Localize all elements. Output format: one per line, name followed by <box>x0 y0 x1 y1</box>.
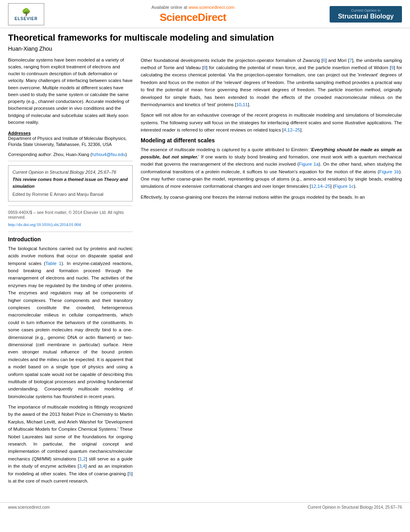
abstract-text: Biomolecular systems have been modeled a… <box>8 57 133 126</box>
corresponding-label: Corresponding author: <box>8 152 52 157</box>
elsevier-logo: 🌳 ELSEVIER <box>8 3 44 25</box>
fig1c-link[interactable]: Figure 1c <box>334 184 354 189</box>
elsevier-tree-icon: 🌳 <box>22 8 31 16</box>
modeling-heading: Modeling at different scales <box>141 137 402 144</box>
doi-link[interactable]: http://dx.doi.org/10.1016/j.sbi.2014.01.… <box>8 222 81 227</box>
ref-9-link[interactable]: 9 <box>391 65 394 70</box>
elsevier-logo-section: 🌳 ELSEVIER <box>8 3 56 25</box>
main-content: Theoretical frameworks for multiscale mo… <box>0 28 410 496</box>
info-box-editors: Edited by Rommie E Amaro and Manju Bansa… <box>12 191 128 198</box>
right-para-1: Other foundational developments include … <box>141 57 402 109</box>
footer-url: www.sciencedirect.com <box>8 505 50 509</box>
right-para-2: Space will not allow for an exhaustive c… <box>141 111 402 134</box>
divider-2 <box>8 205 133 206</box>
ref-3-link[interactable]: 3 <box>79 464 81 468</box>
copyright-notice: 0959-440X/$ – see front matter, © 2014 E… <box>8 210 133 220</box>
corresponding-email[interactable]: hzhou4@fsu.edu <box>92 152 125 157</box>
modeling-para-2: Effectively, by coarse-graining one free… <box>141 193 402 201</box>
journal-small-text: Current Opinion in <box>334 8 398 12</box>
two-column-layout: Biomolecular systems have been modeled a… <box>8 57 402 488</box>
ref-1-link[interactable]: 1 <box>79 456 82 461</box>
journal-large-text: Structural Biology <box>334 12 398 20</box>
modeling-para-1: The essence of multiscale modeling is ca… <box>141 146 402 190</box>
available-online-text: Available online at www.sciencedirect.co… <box>56 5 330 10</box>
corresponding-name: Zhou, Huan-Xiang <box>53 152 89 157</box>
sciencedirect-url[interactable]: www.sciencedirect.com <box>189 5 234 10</box>
ref-7-link[interactable]: 7 <box>349 58 352 63</box>
page-footer: www.sciencedirect.com Current Opinion in… <box>0 502 410 512</box>
intro-para-2: The importance of multiscale modeling is… <box>8 403 133 485</box>
ref-12-25-link[interactable]: 12,14–25 <box>311 184 330 189</box>
left-column: Biomolecular systems have been modeled a… <box>8 57 133 488</box>
info-box-journal-year: Current Opinion in Structural Biology 20… <box>12 169 128 176</box>
divider-1 <box>8 161 133 161</box>
info-box-themed: This review comes from a themed issue on… <box>12 176 128 189</box>
sciencedirect-header: Available online at www.sciencedirect.co… <box>56 5 330 24</box>
ref-6-link[interactable]: 6 <box>323 58 325 63</box>
ref-10-link[interactable]: 10 <box>236 102 242 107</box>
journal-branding: Current Opinion in Structural Biology <box>330 6 402 23</box>
article-author: Huan-Xiang Zhou <box>8 45 402 52</box>
fig1b-link[interactable]: Figure 1b <box>379 169 399 174</box>
ref-11-link[interactable]: 11 <box>243 102 248 107</box>
corresponding-author: Corresponding author: Zhou, Huan-Xiang (… <box>8 152 133 157</box>
addresses-section: Addresses Department of Physics and Inst… <box>8 131 133 148</box>
addresses-body: Department of Physics and Institute of M… <box>8 136 133 148</box>
info-box: Current Opinion in Structural Biology 20… <box>8 165 133 201</box>
article-title: Theoretical frameworks for multiscale mo… <box>8 32 402 44</box>
intro-para-1: The biological functions carried out by … <box>8 245 133 400</box>
ref-8-link[interactable]: 8 <box>203 65 206 70</box>
fig1a-link[interactable]: Figure 1a <box>299 162 319 166</box>
divider-3 <box>8 232 133 232</box>
table1-link[interactable]: Table 1 <box>45 261 62 266</box>
ref-5-link[interactable]: 5 <box>129 471 131 476</box>
sciencedirect-logo: ScienceDirect <box>56 11 330 24</box>
page-header: 🌳 ELSEVIER Available online at www.scien… <box>0 0 410 28</box>
ref-2-link[interactable]: 2 <box>83 456 86 461</box>
footer-journal-info: Current Opinion in Structural Biology 20… <box>308 505 402 509</box>
elsevier-label: ELSEVIER <box>14 16 37 21</box>
right-column: Other foundational developments include … <box>141 57 402 488</box>
ref-4-link[interactable]: 4 <box>83 464 85 468</box>
ref-4-12-link[interactable]: 4,12–25 <box>283 127 300 132</box>
addresses-heading: Addresses <box>8 131 133 136</box>
introduction-heading: Introduction <box>8 236 133 242</box>
